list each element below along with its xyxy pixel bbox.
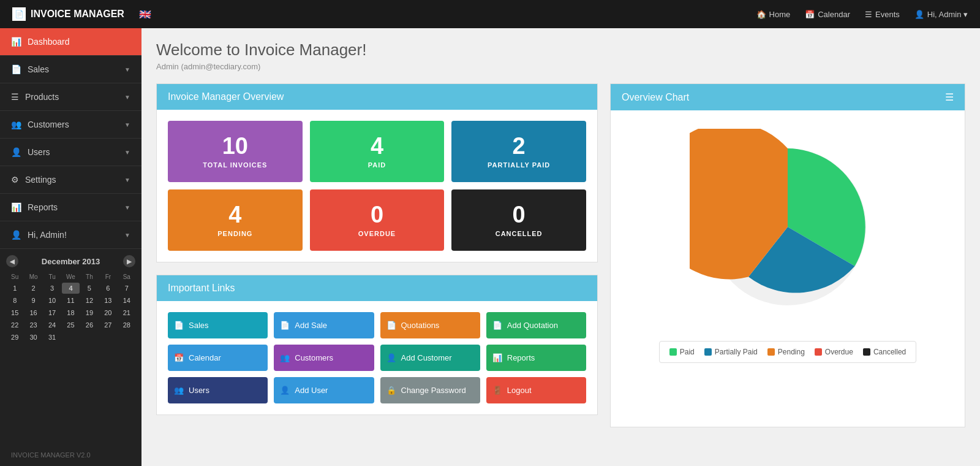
stat-pending: 4 PENDING: [168, 189, 303, 251]
cal-day[interactable]: 22: [6, 319, 23, 330]
link-quotations[interactable]: 📄 Quotations: [380, 312, 480, 338]
cal-header-sa: Sa: [118, 272, 135, 281]
stat-number: 4: [178, 203, 293, 226]
sidebar-calendar: ◀ December 2013 ▶ Su Mo Tu We Th Fr Sa 1…: [0, 249, 141, 349]
stat-number: 10: [178, 134, 293, 158]
cal-day[interactable]: 15: [6, 307, 23, 318]
stat-label: PAID: [320, 161, 435, 169]
stat-label: CANCELLED: [461, 230, 576, 237]
chevron-down-icon: ▼: [124, 177, 130, 183]
legend-partially-paid: Partially Paid: [704, 348, 758, 356]
links-body: 📄 Sales 📄 Add Sale 📄 Quotations: [157, 301, 597, 414]
link-add-sale[interactable]: 📄 Add Sale: [274, 312, 374, 338]
sidebar-item-admin[interactable]: 👤 Hi, Admin! ▼: [0, 221, 141, 249]
cal-day[interactable]: 24: [43, 319, 61, 330]
link-change-password[interactable]: 🔒 Change Password: [380, 377, 480, 403]
cal-day[interactable]: 27: [99, 319, 116, 330]
link-add-customer[interactable]: 👤 Add Customer: [380, 345, 480, 371]
add-sale-icon: 📄: [280, 321, 290, 330]
sidebar-item-settings[interactable]: ⚙ Settings ▼: [0, 166, 141, 194]
users-icon: 👥: [174, 386, 184, 395]
sales-icon: 📄: [174, 321, 184, 330]
nav-calendar[interactable]: 📅 Calendar: [805, 10, 850, 19]
sidebar-item-products[interactable]: ☰ Products ▼: [0, 83, 141, 111]
calendar-month: December 2013: [42, 257, 100, 266]
cal-day[interactable]: 19: [81, 307, 98, 318]
link-add-user[interactable]: 👤 Add User: [274, 377, 374, 403]
sidebar-item-users[interactable]: 👤 Users ▼: [0, 139, 141, 166]
cal-day[interactable]: 18: [62, 307, 79, 318]
topnav-links: 🏠 Home 📅 Calendar ☰ Events 👤 Hi, Admin ▾: [756, 10, 968, 19]
cal-day[interactable]: 6: [99, 283, 116, 294]
link-customers[interactable]: 👥 Customers: [274, 345, 374, 371]
sidebar-item-customers[interactable]: 👥 Customers ▼: [0, 111, 141, 139]
chart-card: Overview Chart ☰: [610, 83, 965, 427]
cal-day[interactable]: 29: [6, 332, 23, 343]
legend-dot-partially-paid: [704, 348, 712, 356]
overview-card: Invoice Manager Overview 10 TOTAL INVOIC…: [156, 83, 598, 262]
brand-label: INVOICE MANAGER: [31, 9, 124, 20]
overview-title: Invoice Manager Overview: [168, 91, 284, 102]
reports-icon: 📊: [11, 202, 21, 212]
cal-day[interactable]: 16: [24, 307, 42, 318]
sidebar-item-reports[interactable]: 📊 Reports ▼: [0, 194, 141, 221]
cal-day[interactable]: 1: [6, 283, 23, 294]
cal-day[interactable]: 14: [118, 295, 135, 306]
cal-day[interactable]: 31: [43, 332, 61, 343]
calendar-next[interactable]: ▶: [123, 255, 135, 267]
cal-day[interactable]: 17: [43, 307, 61, 318]
cal-day[interactable]: 20: [99, 307, 116, 318]
cal-day[interactable]: 10: [43, 295, 61, 306]
sidebar-label-admin: Hi, Admin!: [28, 230, 67, 240]
link-users[interactable]: 👥 Users: [168, 377, 268, 403]
cal-day[interactable]: 23: [24, 319, 42, 330]
cal-day[interactable]: 28: [118, 319, 135, 330]
cal-day[interactable]: 13: [99, 295, 116, 306]
cal-day[interactable]: 12: [81, 295, 98, 306]
cal-day[interactable]: 5: [81, 283, 98, 294]
stat-label: PARTIALLY PAID: [461, 161, 576, 169]
cal-day[interactable]: 7: [118, 283, 135, 294]
cal-day[interactable]: 8: [6, 295, 23, 306]
legend-overdue: Overdue: [815, 348, 853, 356]
cal-day[interactable]: 30: [24, 332, 42, 343]
stat-total-invoices: 10 TOTAL INVOICES: [168, 121, 303, 182]
cal-day[interactable]: 26: [81, 319, 98, 330]
calendar-grid: Su Mo Tu We Th Fr Sa 1 2 3 4 5 6 7 8 9 1…: [6, 272, 135, 343]
cal-day[interactable]: 2: [24, 283, 42, 294]
settings-icon: ⚙: [11, 175, 19, 185]
stat-number: 4: [320, 134, 435, 158]
cal-day[interactable]: 3: [43, 283, 61, 294]
cal-day[interactable]: 11: [62, 295, 79, 306]
legend-dot-pending: [767, 348, 775, 356]
chevron-down-icon: ▼: [124, 94, 130, 101]
nav-home[interactable]: 🏠 Home: [756, 10, 791, 19]
calendar-prev[interactable]: ◀: [6, 255, 18, 267]
link-logout[interactable]: 🚪 Logout: [486, 377, 586, 403]
link-reports[interactable]: 📊 Reports: [486, 345, 586, 371]
chart-menu-icon[interactable]: ☰: [945, 91, 954, 103]
cal-day[interactable]: 9: [24, 295, 42, 306]
link-calendar[interactable]: 📅 Calendar: [168, 345, 268, 371]
reports-icon: 📊: [492, 353, 502, 362]
cal-day-today[interactable]: 4: [62, 283, 79, 294]
flag-icon: 🇬🇧: [139, 9, 151, 20]
sidebar-item-dashboard[interactable]: 📊 Dashboard: [0, 28, 141, 56]
legend-cancelled: Cancelled: [863, 348, 906, 356]
link-add-quotation[interactable]: 📄 Add Quotation: [486, 312, 586, 338]
cal-day[interactable]: 25: [62, 319, 79, 330]
users-icon: 👤: [11, 147, 21, 157]
link-sales[interactable]: 📄 Sales: [168, 312, 268, 338]
sidebar-item-sales[interactable]: 📄 Sales ▼: [0, 56, 141, 83]
nav-admin[interactable]: 👤 Hi, Admin ▾: [914, 10, 968, 19]
nav-events[interactable]: ☰ Events: [865, 10, 900, 19]
add-quotation-icon: 📄: [492, 321, 502, 330]
calendar-header: ◀ December 2013 ▶: [6, 255, 135, 267]
cal-day[interactable]: 21: [118, 307, 135, 318]
legend-paid: Paid: [669, 348, 695, 356]
cal-header-su: Su: [6, 272, 23, 281]
sidebar-label-products: Products: [25, 92, 59, 102]
chart-legend: Paid Partially Paid Pending: [659, 341, 917, 363]
stat-number: 0: [461, 203, 576, 226]
cal-header-mo: Mo: [24, 272, 42, 281]
